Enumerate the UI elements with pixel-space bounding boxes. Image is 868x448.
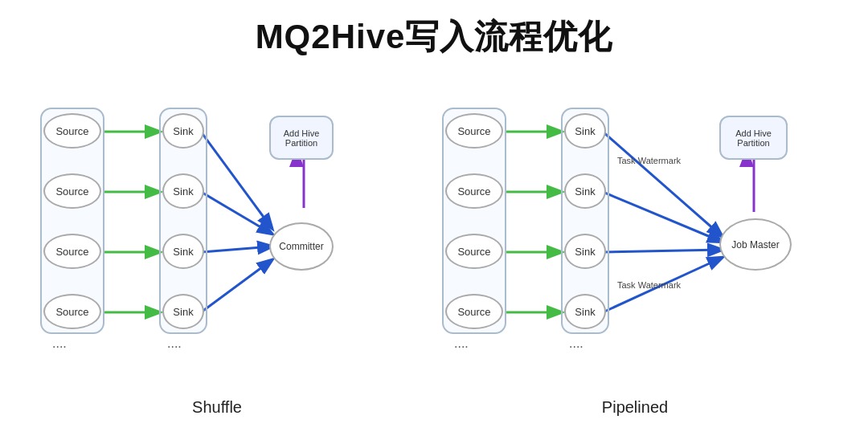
svg-line-14 xyxy=(603,192,722,242)
pipelined-source-1: Source xyxy=(445,113,503,149)
pipelined-diagram: Source Source Source Source Sink Sink Si… xyxy=(434,71,836,417)
shuffle-sink-2: Sink xyxy=(162,173,204,209)
shuffle-sink-3: Sink xyxy=(162,234,204,269)
pipelined-source-4: Source xyxy=(445,294,503,329)
pipelined-sink-1: Sink xyxy=(564,113,606,149)
pipelined-add-hive-partition: Add Hive Partition xyxy=(719,116,788,160)
shuffle-sink-4: Sink xyxy=(162,294,204,329)
svg-line-15 xyxy=(603,250,722,252)
pipelined-sink-3: Sink xyxy=(564,234,606,269)
svg-line-13 xyxy=(603,132,722,236)
pipelined-dots-sink: .... xyxy=(569,336,583,351)
page-title: MQ2Hive写入流程优化 xyxy=(0,0,868,67)
shuffle-committer: Committer xyxy=(269,222,334,271)
shuffle-add-hive-partition: Add Hive Partition xyxy=(269,116,334,160)
pipelined-sink-4: Sink xyxy=(564,294,606,329)
pipelined-label: Pipelined xyxy=(434,398,836,417)
svg-line-6 xyxy=(201,246,272,252)
pipelined-source-3: Source xyxy=(445,234,503,269)
pipelined-source-2: Source xyxy=(445,173,503,209)
shuffle-sink-1: Sink xyxy=(162,113,204,149)
pipelined-job-master: Job Master xyxy=(719,218,792,271)
shuffle-diagram: Source Source Source Source Sink Sink Si… xyxy=(32,71,402,417)
svg-line-4 xyxy=(201,132,272,228)
shuffle-source-2: Source xyxy=(43,173,101,209)
pipelined-task-watermark-top: Task Watermark xyxy=(617,156,681,165)
pipelined-dots-source: .... xyxy=(454,336,469,351)
pipelined-task-watermark-bottom: Task Watermark xyxy=(617,280,681,290)
shuffle-dots-sink: .... xyxy=(167,336,182,351)
pipelined-sink-2: Sink xyxy=(564,173,606,209)
svg-line-7 xyxy=(201,260,272,312)
shuffle-source-1: Source xyxy=(43,113,101,149)
svg-line-5 xyxy=(201,192,272,234)
shuffle-source-3: Source xyxy=(43,234,101,269)
shuffle-source-4: Source xyxy=(43,294,101,329)
shuffle-label: Shuffle xyxy=(32,398,402,417)
shuffle-dots-source: .... xyxy=(52,336,67,351)
